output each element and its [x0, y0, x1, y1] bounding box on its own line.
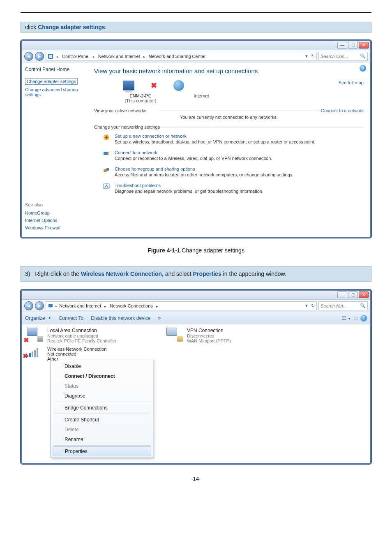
help-icon[interactable]: ? — [360, 65, 366, 72]
forward-button[interactable]: ► — [35, 301, 44, 310]
breadcrumb[interactable]: Control Panel Network and Internet Netwo… — [46, 52, 317, 61]
connection-status: Disconnected — [187, 333, 231, 338]
connect-to-button[interactable]: Connect To — [59, 315, 84, 321]
connection-adapter: Realtek PCIe FE Family Controller — [47, 338, 116, 343]
task-desc: Access files and printers located on oth… — [115, 172, 293, 177]
change-advanced-sharing-link[interactable]: Change advanced sharing settings — [25, 87, 88, 97]
change-adapter-settings-link[interactable]: Change adapter settings — [25, 78, 78, 85]
search-icon: 🔍 — [360, 303, 366, 308]
toolbar-more-button[interactable]: » — [158, 315, 161, 321]
task-desc: Diagnose and repair network problems, or… — [115, 189, 263, 194]
search-input[interactable]: Search Con... 🔍 — [318, 52, 368, 61]
task-homegroup[interactable]: Choose homegroup and sharing options Acc… — [102, 166, 364, 177]
control-panel-icon — [48, 53, 53, 59]
help-icon[interactable]: ? — [360, 315, 367, 321]
crumb-seg[interactable]: Network and Internet — [59, 303, 101, 308]
task-setup-connection[interactable]: Set up a new connection or network Set u… — [102, 134, 364, 144]
connection-name: Wireless Network Connection — [47, 347, 106, 352]
network-icon — [48, 303, 53, 309]
menu-item-create-shortcut[interactable]: Create Shortcut — [52, 415, 152, 425]
crumb-seg[interactable]: Network Connections — [110, 303, 153, 308]
see-also-link[interactable]: HomeGroup — [25, 210, 88, 215]
connect-to-network-link[interactable]: Connect to a network — [321, 108, 364, 113]
local-area-connection-item[interactable]: ✖ Local Area Connection Network cable un… — [27, 328, 150, 343]
task-desc: Set up a wireless, broadband, dial-up, a… — [115, 139, 316, 144]
pc-label: ENM-2-PC (This computer) — [118, 93, 163, 103]
context-menu: Disable Connect / Disconnect Status Diag… — [51, 360, 153, 458]
menu-item-bridge-connections[interactable]: Bridge Connections — [52, 403, 152, 413]
control-panel-home-link[interactable]: Control Panel Home — [25, 67, 88, 72]
task-title: Connect to a network — [115, 150, 272, 155]
close-button[interactable]: ✕ — [359, 42, 369, 49]
disable-device-button[interactable]: Disable this network device — [91, 315, 150, 321]
menu-separator — [54, 414, 150, 414]
connection-name: Local Area Connection — [47, 328, 116, 333]
breadcrumb-dropdown-icon[interactable]: ▾ — [305, 303, 308, 308]
crumb-seg[interactable]: Network and Internet — [98, 54, 140, 59]
view-options-button[interactable]: ☷ — [342, 315, 351, 321]
minimize-button[interactable]: — — [337, 42, 347, 49]
refresh-icon[interactable]: ↻ — [311, 53, 315, 59]
organize-button[interactable]: Organize — [25, 315, 51, 321]
page-heading: View your basic network information and … — [94, 67, 364, 74]
maximize-button[interactable]: ▢ — [348, 291, 358, 298]
network-connections-window: — ▢ ✕ ◄ ► « Network and Internet Network… — [21, 289, 371, 464]
no-networks-message: You are currently not connected to any n… — [94, 115, 364, 120]
sidebar: Control Panel Home Change adapter settin… — [22, 62, 92, 237]
nav-row: ◄ ► Control Panel Network and Internet N… — [22, 50, 370, 62]
see-also-link[interactable]: Windows Firewall — [25, 225, 88, 230]
see-also-heading: See also — [25, 202, 88, 207]
change-networking-label: Change your networking settings — [94, 125, 364, 130]
titlebar: — ▢ ✕ — [22, 41, 370, 50]
search-input[interactable]: Search Net... 🔍 — [318, 301, 368, 310]
instruction-bar: click Change adapter settings. — [21, 22, 371, 32]
step-3-instruction: 3) Right-click on the Wireless Network C… — [21, 266, 371, 282]
task-title: Set up a new connection or network — [115, 134, 316, 139]
preview-pane-button[interactable]: ▭ — [353, 315, 358, 321]
back-button[interactable]: ◄ — [24, 301, 33, 310]
breadcrumb[interactable]: « Network and Internet Network Connectio… — [46, 301, 317, 310]
search-icon: 🔍 — [360, 53, 366, 59]
wifi-icon: ✖ — [27, 347, 39, 357]
troubleshoot-icon — [103, 183, 110, 194]
menu-item-disable[interactable]: Disable — [52, 361, 152, 371]
menu-item-connect-disconnect[interactable]: Connect / Disconnect — [52, 371, 152, 381]
menu-item-diagnose[interactable]: Diagnose — [52, 391, 152, 401]
figure-caption: Figure 4-1-1 Change adapter settings — [21, 247, 371, 254]
refresh-icon[interactable]: ↻ — [311, 303, 315, 308]
menu-item-rename[interactable]: Rename — [52, 435, 152, 444]
menu-item-delete: Delete — [52, 425, 152, 435]
forward-button[interactable]: ► — [35, 52, 44, 61]
see-also-link[interactable]: Internet Options — [25, 218, 88, 223]
connection-status: Network cable unplugged — [47, 333, 116, 338]
task-title: Choose homegroup and sharing options — [115, 166, 293, 171]
svg-rect-7 — [48, 304, 53, 307]
connection-broken-icon: ✖ — [151, 81, 157, 90]
search-placeholder: Search Net... — [321, 303, 347, 308]
breadcrumb-dropdown-icon[interactable]: ▾ — [305, 53, 308, 59]
instruction-plain: click — [25, 24, 38, 30]
titlebar: — ▢ ✕ — [22, 291, 370, 300]
menu-separator — [54, 402, 150, 402]
vpn-connection-item[interactable]: VPN Connection Disconnected WAN Miniport… — [166, 328, 290, 343]
svg-rect-1 — [49, 55, 52, 58]
menu-separator — [54, 445, 150, 446]
back-button[interactable]: ◄ — [24, 52, 33, 61]
minimize-button[interactable]: — — [337, 291, 347, 298]
network-sharing-center-window: — ▢ ✕ ◄ ► Control Panel Network and Inte… — [21, 40, 371, 238]
crumb-seg[interactable]: Control Panel — [62, 54, 90, 59]
connections-area: ✖ Local Area Connection Network cable un… — [22, 324, 370, 345]
connection-adapter: WAN Miniport (PPTP) — [187, 338, 231, 343]
nav-row: ◄ ► « Network and Internet Network Conne… — [22, 300, 370, 312]
maximize-button[interactable]: ▢ — [348, 42, 358, 49]
crumb-seg[interactable]: Network and Sharing Center — [149, 54, 206, 59]
task-connect-network[interactable]: Connect to a network Connect or reconnec… — [102, 150, 364, 161]
svg-rect-3 — [104, 152, 108, 155]
see-full-map-link[interactable]: See full map — [339, 80, 364, 85]
wireless-connection-item[interactable]: ✖ Wireless Network Connection Not connec… — [27, 347, 370, 361]
crumb-prefix: « — [55, 303, 58, 308]
task-troubleshoot[interactable]: Troubleshoot problems Diagnose and repai… — [102, 183, 364, 194]
vpn-icon — [166, 328, 181, 340]
close-button[interactable]: ✕ — [359, 291, 369, 298]
menu-item-properties[interactable]: Properties — [53, 446, 151, 456]
